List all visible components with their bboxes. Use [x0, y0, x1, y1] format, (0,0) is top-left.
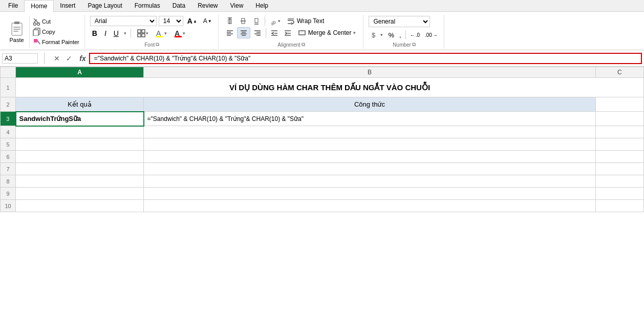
row-num-5: 5	[1, 138, 16, 151]
cell-c3[interactable]	[595, 112, 643, 126]
cell-reference-box[interactable]	[2, 53, 38, 64]
tab-file[interactable]: File	[2, 0, 24, 11]
wrap-text-button[interactable]: Wrap Text	[284, 16, 328, 26]
confirm-formula-button[interactable]: ✓	[64, 53, 74, 64]
align-row-1: ab ▾ Wrap Text	[224, 16, 328, 26]
tab-help[interactable]: Help	[249, 0, 274, 11]
ribbon: Paste Cut Copy	[0, 12, 644, 50]
underline-dropdown[interactable]: ▾	[124, 31, 126, 36]
number-group-expand[interactable]: ⧉	[412, 42, 416, 48]
cell-a4[interactable]	[16, 126, 144, 138]
paste-icon	[9, 20, 25, 37]
cancel-formula-button[interactable]: ✕	[52, 53, 62, 64]
cell-c7[interactable]	[595, 163, 643, 175]
col-header-b[interactable]: B	[144, 67, 596, 78]
row-num-8: 8	[1, 175, 16, 188]
cell-b2[interactable]: Công thức	[144, 97, 596, 112]
svg-rect-15	[142, 30, 145, 33]
cell-b3[interactable]: ="Sandwich" & CHAR(10) & "Trứng"& CHAR(1…	[144, 112, 596, 126]
cell-a1[interactable]: VÍ DỤ DÙNG HÀM CHAR THÊM DẤU NGẮT VÀO CH…	[16, 78, 644, 97]
increase-decimal-button[interactable]: .00 →	[423, 31, 440, 39]
table-row: 4	[1, 126, 644, 138]
cell-b7[interactable]	[144, 163, 596, 175]
tab-insert[interactable]: Insert	[54, 0, 81, 11]
row-num-3: 3	[1, 112, 16, 126]
col-header-a[interactable]: A	[16, 67, 144, 78]
wrap-text-label: Wrap Text	[297, 17, 325, 25]
font-name-select[interactable]: Arial Calibri Times New Roman	[90, 16, 157, 26]
cell-a6[interactable]	[16, 151, 144, 163]
align-bottom-button[interactable]	[250, 16, 263, 26]
formula-bar-separator: │	[42, 53, 48, 64]
tab-home[interactable]: Home	[24, 0, 54, 12]
cell-a8[interactable]	[16, 175, 144, 188]
number-format-select[interactable]: General Number Currency Accounting Short…	[369, 16, 430, 27]
cell-b6[interactable]	[144, 151, 596, 163]
increase-font-button[interactable]: A▲	[185, 16, 199, 26]
merge-center-button[interactable]: Merge & Center ▾	[295, 28, 359, 38]
cell-b8[interactable]	[144, 175, 596, 188]
cell-a5[interactable]	[16, 138, 144, 151]
bold-button[interactable]: B	[90, 28, 99, 38]
decrease-indent-button[interactable]	[268, 28, 281, 38]
cut-button[interactable]: Cut	[32, 17, 80, 26]
tab-review[interactable]: Review	[191, 0, 224, 11]
row-num-9: 9	[1, 188, 16, 200]
paste-button[interactable]: Paste	[4, 16, 30, 48]
cell-c6[interactable]	[595, 151, 643, 163]
accounting-format-button[interactable]: $ ▾	[369, 29, 385, 40]
align-top-button[interactable]	[224, 16, 236, 26]
alignment-group-expand[interactable]: ⧉	[302, 42, 305, 48]
cell-c4[interactable]	[595, 126, 643, 138]
fill-color-button[interactable]: A ▾	[154, 28, 169, 38]
decrease-decimal-button[interactable]: ← .0	[408, 31, 422, 39]
formula-input[interactable]	[89, 53, 642, 64]
align-left-button[interactable]	[224, 28, 236, 38]
cell-c10[interactable]	[595, 200, 643, 212]
paste-label: Paste	[9, 37, 24, 43]
merge-center-label: Merge & Center	[308, 29, 352, 36]
font-size-select[interactable]: 8 10 11 12 14 16 18 20	[159, 16, 183, 26]
cell-c9[interactable]	[595, 188, 643, 200]
cell-a3[interactable]: SandwichTrứngSữa	[16, 112, 144, 126]
align-center-icon	[240, 29, 248, 37]
comma-button[interactable]: ,	[397, 30, 403, 40]
cell-b4[interactable]	[144, 126, 596, 138]
cell-c2[interactable]	[595, 97, 643, 112]
cell-b10[interactable]	[144, 200, 596, 212]
cell-c8[interactable]	[595, 175, 643, 188]
tab-view[interactable]: View	[224, 0, 250, 11]
italic-button[interactable]: I	[102, 28, 109, 38]
align-center-button[interactable]	[237, 27, 250, 38]
borders-button[interactable]: ▾	[135, 28, 151, 38]
tab-page-layout[interactable]: Page Layout	[81, 0, 128, 11]
format-painter-label: Format Painter	[42, 39, 79, 45]
font-group-expand[interactable]: ⧉	[156, 42, 159, 48]
text-orientation-button[interactable]: ab ▾	[267, 16, 283, 26]
tab-data[interactable]: Data	[166, 0, 191, 11]
cell-b9[interactable]	[144, 188, 596, 200]
align-right-button[interactable]	[251, 28, 264, 38]
align-right-icon	[253, 29, 262, 37]
cell-a2[interactable]: Kết quả	[16, 97, 144, 112]
cell-a9[interactable]	[16, 188, 144, 200]
percent-button[interactable]: %	[386, 30, 396, 40]
cell-c5[interactable]	[595, 138, 643, 151]
cell-a10[interactable]	[16, 200, 144, 212]
svg-rect-5	[13, 31, 18, 32]
ribbon-tabs: File Home Insert Page Layout Formulas Da…	[0, 0, 644, 12]
increase-indent-button[interactable]	[282, 28, 294, 38]
format-painter-button[interactable]: Format Painter	[32, 37, 80, 47]
cell-b5[interactable]	[144, 138, 596, 151]
table-row: 2 Kết quả Công thức	[1, 97, 644, 112]
align-middle-button[interactable]	[237, 16, 249, 26]
col-header-c[interactable]: C	[595, 67, 643, 78]
tab-formulas[interactable]: Formulas	[128, 0, 166, 11]
cell-a7[interactable]	[16, 163, 144, 175]
copy-button[interactable]: Copy	[32, 27, 80, 36]
underline-button[interactable]: U	[112, 28, 121, 38]
align-left-icon	[226, 29, 234, 37]
decrease-font-button[interactable]: A▼	[201, 16, 214, 26]
font-color-button[interactable]: A ▾	[172, 28, 187, 38]
table-row: 5	[1, 138, 644, 151]
